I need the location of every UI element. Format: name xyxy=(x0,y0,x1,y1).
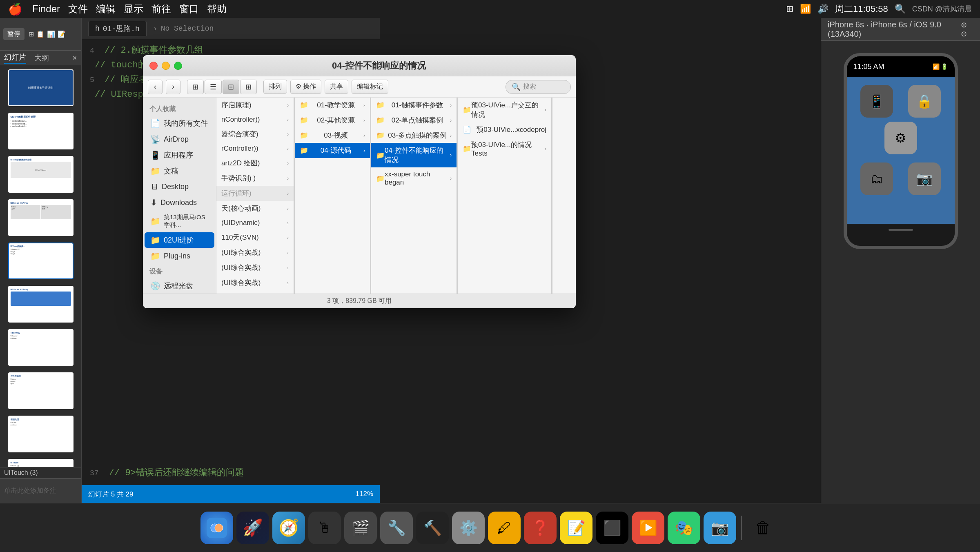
list-view-btn[interactable]: ☰ xyxy=(205,80,222,94)
icon-view-btn[interactable]: ⊞ xyxy=(187,80,204,94)
stop-presenting-button[interactable]: 暂停 xyxy=(3,28,24,40)
col2-item3-folder-icon: 📁 xyxy=(300,131,308,140)
dock-trash[interactable]: 🗑 xyxy=(747,512,780,544)
col1-item-9[interactable]: (UIDynamic) › xyxy=(216,216,294,230)
iphone-icon-4[interactable]: 🗂 xyxy=(860,162,893,195)
slide-thumb-9[interactable]: 错误处理 NSErrorcontinue xyxy=(8,416,74,452)
dock-tools[interactable]: 🔧 xyxy=(380,512,413,544)
column-view-btn[interactable]: ⊟ xyxy=(223,80,239,94)
col1-item-10[interactable]: 110天(SVN) › xyxy=(216,230,294,245)
iphone-icon-2[interactable]: 🔒 xyxy=(908,85,941,118)
tag-btn[interactable]: 编辑标记 xyxy=(352,80,388,94)
sidebar-item-heima[interactable]: 📁 第13期黑马iOS学科... xyxy=(145,211,214,232)
col1-item-7[interactable]: 运行循环) › xyxy=(216,186,294,201)
dock-launchpad[interactable]: 🚀 xyxy=(236,512,269,544)
col1-item-6[interactable]: 手势识别) ) › xyxy=(216,171,294,186)
col1-item-2[interactable]: nController)) › xyxy=(216,113,294,127)
dock-mouse[interactable]: 🖱 xyxy=(308,512,341,544)
dock-safari[interactable]: 🧭 xyxy=(272,512,305,544)
iphone-sim-controls[interactable]: ⊕ ⊖ xyxy=(961,20,973,38)
sidebar-item-documents[interactable]: 📁 文稿 xyxy=(145,163,214,179)
sidebar-item-downloads[interactable]: ⬇ Downloads xyxy=(145,195,214,210)
sidebar-item-remote-disc[interactable]: 💿 远程光盘 xyxy=(145,278,214,294)
slide-thumb-3[interactable]: UIView的触摸多件处理 NSSet NSArray xyxy=(8,156,74,193)
col1-item-11[interactable]: (UI综合实战) › xyxy=(216,245,294,260)
close-slides-icon[interactable]: ✕ xyxy=(72,55,77,61)
sidebar-item-applications[interactable]: 📱 应用程序 xyxy=(145,147,214,163)
col1-item-3[interactable]: 器综合演变) › xyxy=(216,127,294,142)
slide-thumb-8[interactable]: 控件不响应 UIViewhiddenalpha xyxy=(8,372,74,409)
sidebar-item-desktop[interactable]: 🖥 Desktop xyxy=(145,179,214,194)
iphone-icon-3[interactable]: ⚙ xyxy=(884,122,917,154)
share-btn[interactable]: 共享 xyxy=(325,80,348,94)
col1-item-14[interactable]: (UI综合实战) › xyxy=(216,290,294,294)
menu-file[interactable]: 文件 xyxy=(68,2,88,16)
dock-finder[interactable] xyxy=(200,512,233,544)
col2-item-4[interactable]: 📁 04-源代码 › xyxy=(295,143,370,158)
col3-item-1[interactable]: 📁 01-触摸事件参数 › xyxy=(371,98,457,113)
arrange-btn[interactable]: 排列 xyxy=(263,80,287,94)
sidebar-item-02ui[interactable]: 📁 02UI进阶 xyxy=(145,232,214,248)
tab-outline[interactable]: 大纲 xyxy=(34,53,49,63)
col1-item-8[interactable]: 天(核心动画) › xyxy=(216,201,294,216)
maximize-button[interactable] xyxy=(174,62,182,70)
dock-sketch[interactable]: 🖊 xyxy=(488,512,521,544)
col4-item-2[interactable]: 📄 预03-UIVie...xcodeproj xyxy=(458,122,551,137)
dock-video[interactable]: 🎬 xyxy=(344,512,377,544)
col2-item-1[interactable]: 📁 01-教学资源 › xyxy=(295,98,370,113)
iphone-icon-1[interactable]: 📱 xyxy=(860,85,893,118)
menu-help[interactable]: 帮助 xyxy=(207,2,227,16)
coverflow-view-btn[interactable]: ⊞ xyxy=(240,80,257,94)
search-icon[interactable]: 🔍 xyxy=(895,4,906,14)
slide-thumb-4[interactable]: NSSet vs NSArray NSSet无序 NSArray有序 xyxy=(8,199,74,236)
dock-app-q[interactable]: ❓ xyxy=(524,512,557,544)
col2-item-2[interactable]: 📁 02-其他资源 › xyxy=(295,113,370,128)
search-box[interactable]: 🔍 搜索 xyxy=(506,80,571,94)
sidebar-item-all-files[interactable]: 📄 我的所有文件 xyxy=(145,116,214,131)
sidebar-item-plugins[interactable]: 📁 Plug-ins xyxy=(145,248,214,264)
close-button[interactable] xyxy=(149,62,158,70)
menu-view[interactable]: 显示 xyxy=(124,2,143,16)
dock-camera[interactable]: 📷 xyxy=(704,512,736,544)
menu-edit[interactable]: 编辑 xyxy=(96,2,116,16)
col3-item-4[interactable]: 📁 04-控件不能响应的情况 › xyxy=(371,143,457,167)
slide-thumb-2[interactable]: UIView的触摸多件处理 • touchesBegan...• touches… xyxy=(8,113,74,149)
col1-item-1[interactable]: 序启原理) › xyxy=(216,98,294,113)
dock-app2[interactable]: 🎭 xyxy=(668,512,700,544)
tab-slides[interactable]: 幻灯片 xyxy=(4,52,26,64)
dock-terminal[interactable]: ⬛ xyxy=(596,512,628,544)
code-tab[interactable]: h 01-思路.h xyxy=(88,21,147,36)
col1-item-13[interactable]: (UI综合实战) › xyxy=(216,275,294,290)
dock-player[interactable]: ▶️ xyxy=(632,512,664,544)
action-btn[interactable]: ⚙ 操作 xyxy=(290,80,321,94)
dock-xcode[interactable]: 🔨 xyxy=(416,512,449,544)
slide-thumb-7[interactable]: TitleArray TitleArrayNSArray xyxy=(8,329,74,366)
slide-thumb-10[interactable]: UITouch UITouch (3) xyxy=(8,459,74,467)
menu-go[interactable]: 前往 xyxy=(151,2,171,16)
apple-menu[interactable]: 🍎 xyxy=(8,2,22,16)
col1-item-5[interactable]: artz2D 绘图) › xyxy=(216,156,294,171)
forward-button[interactable]: › xyxy=(166,80,180,94)
col2-item-3[interactable]: 📁 03-视频 › xyxy=(295,128,370,143)
sidebar-item-airdrop[interactable]: 📡 AirDrop xyxy=(145,131,214,147)
add-note-hint[interactable]: 单击此处添加备注 xyxy=(4,487,56,495)
slide-thumb-5[interactable]: UIView的触摸... TitleArray (3)• key1• key2 xyxy=(8,243,74,279)
col3-item-3[interactable]: 📁 03-多点触摸的案例 › xyxy=(371,128,457,143)
slide-thumb-6[interactable]: NSSet vs NSArray xyxy=(8,286,74,323)
minimize-button[interactable] xyxy=(162,62,170,70)
col3-item-5[interactable]: 📁 xx-super touch began › xyxy=(371,167,457,189)
col1-item-4[interactable]: rController)) › xyxy=(216,142,294,156)
menu-window[interactable]: 窗口 xyxy=(179,2,199,16)
iphone-icon-5[interactable]: 📷 xyxy=(908,162,941,195)
col1-item-12[interactable]: (UI综合实战) › xyxy=(216,260,294,275)
back-button[interactable]: ‹ xyxy=(148,80,163,94)
desktop-icon: 🖥 xyxy=(150,182,158,191)
dock-notes[interactable]: 📝 xyxy=(560,512,592,544)
col3-item-2[interactable]: 📁 02-单点触摸案例 › xyxy=(371,113,457,128)
menu-finder[interactable]: Finder xyxy=(32,3,60,15)
slide-thumb-1[interactable]: 触摸事件&手势识别 xyxy=(8,69,74,106)
dock-system-prefs[interactable]: ⚙️ xyxy=(452,512,485,544)
col4-item-3[interactable]: 📁 预03-UIVie...的情况Tests › xyxy=(458,137,551,160)
col4-item-1[interactable]: 📁 预03-UIVie...户交互的情况 › xyxy=(458,98,551,122)
home-button[interactable] xyxy=(889,229,913,231)
